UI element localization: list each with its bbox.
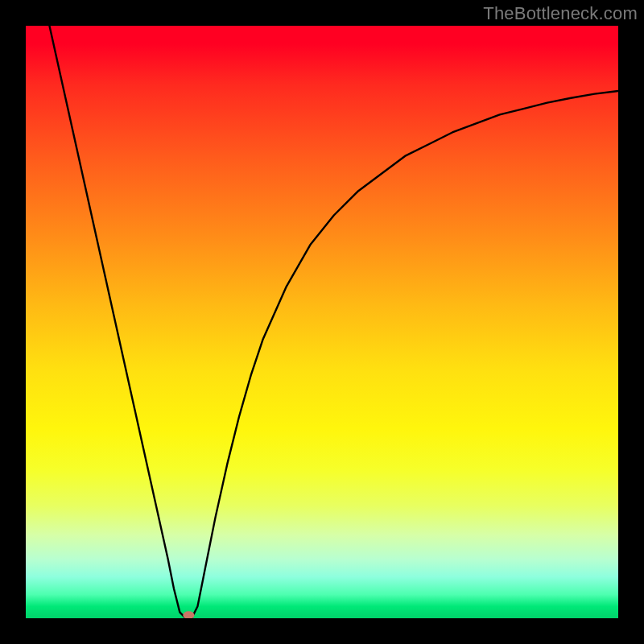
plot-area bbox=[26, 26, 618, 618]
curve-svg bbox=[26, 26, 618, 618]
chart-stage: TheBottleneck.com bbox=[0, 0, 644, 644]
bottleneck-curve bbox=[49, 26, 618, 618]
minimum-marker bbox=[183, 611, 194, 618]
watermark-text: TheBottleneck.com bbox=[483, 3, 638, 24]
